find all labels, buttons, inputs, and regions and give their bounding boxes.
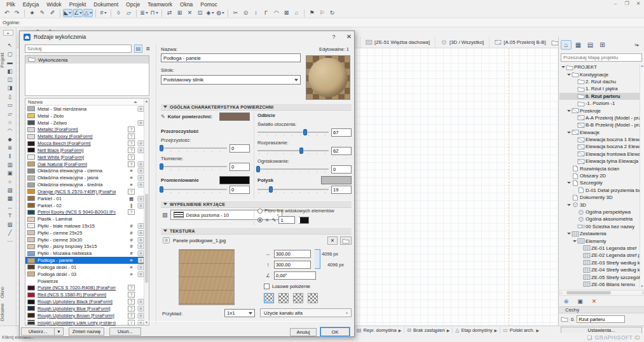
- material-row[interactable]: Płytki - ciemne 30x30#: [25, 236, 144, 243]
- marquee-tool-icon[interactable]: ▢: [4, 50, 15, 58]
- marquee-adjust-icon[interactable]: ⊡: [195, 9, 205, 17]
- pen-color-swatch[interactable]: [298, 217, 309, 224]
- close-icon[interactable]: ✕: [635, 1, 641, 6]
- emission-slider[interactable]: [161, 186, 227, 194]
- tree-item[interactable]: Szczegóły: [559, 179, 640, 186]
- material-row[interactable]: Płytki - jasny brązowy 15x15#: [25, 243, 144, 250]
- material-row[interactable]: Płytki - białe matowe 15x15#: [25, 222, 144, 229]
- material-row[interactable]: Metal - Stal nierdzewna: [25, 106, 144, 113]
- material-row[interactable]: Powietrze: [25, 278, 144, 285]
- dialog-title-bar[interactable]: Rodzaje wykończenia: [20, 31, 354, 43]
- material-row[interactable]: Parkiet - 01▦: [25, 195, 144, 202]
- delete-item-icon[interactable]: ✕: [589, 298, 599, 306]
- tree-item[interactable]: 3D: [559, 201, 640, 208]
- help-icon[interactable]: ?: [331, 34, 337, 40]
- quick-option-repr-domy-lna[interactable]: ▤Repr. domyślna▶: [353, 327, 404, 333]
- line-options-icon[interactable]: ◣: [63, 9, 72, 17]
- menu-plik[interactable]: Plik: [3, 1, 19, 8]
- menu-dokument[interactable]: Dokument: [90, 1, 122, 8]
- dimension-tool-icon[interactable]: ↔: [4, 203, 15, 211]
- undo-icon[interactable]: ↶: [2, 9, 11, 17]
- emission-value[interactable]: [230, 186, 250, 194]
- expand-caret-icon[interactable]: [561, 66, 565, 68]
- snap-grid-icon[interactable]: #: [99, 9, 108, 17]
- shell-tool-icon[interactable]: ◠: [4, 127, 15, 135]
- railing-tool-icon[interactable]: ‖: [4, 152, 15, 160]
- tree-item[interactable]: Przekroje: [559, 107, 640, 114]
- diffuse-slider[interactable]: [257, 147, 329, 155]
- folder-row-wykonczenia[interactable]: Wykończenia: [25, 56, 149, 64]
- tree-item[interactable]: ZE-06 Bilans terenu: [559, 281, 640, 288]
- stretch-icon[interactable]: ✕: [185, 9, 195, 17]
- material-row[interactable]: Okładzina elewacyjna - jasna≡: [25, 174, 144, 181]
- navigator-menu-icon[interactable]: ≡▸: [631, 40, 642, 50]
- tree-item[interactable]: Zestawienia: [559, 230, 640, 237]
- section-fill-header[interactable]: WYPEŁNIENIE KRYJĄCE: [161, 200, 352, 208]
- fillet-icon[interactable]: ◠: [271, 9, 281, 17]
- slab-tool-icon[interactable]: ▱: [4, 109, 15, 118]
- dialog-close-icon[interactable]: ✕: [345, 33, 353, 40]
- tree-item[interactable]: A-A Przekrój (Model - przebudow: [559, 114, 640, 121]
- menu-teamwork[interactable]: Teamwork: [144, 1, 176, 8]
- properties-section-header[interactable]: Cechy: [559, 306, 644, 313]
- schedule-icon[interactable]: ⊞: [175, 9, 184, 17]
- split-icon[interactable]: ✂: [231, 9, 240, 17]
- attenuation-slider[interactable]: [161, 163, 227, 171]
- material-row[interactable]: Rough Upholstery Brown [ForaForm]?: [25, 312, 144, 319]
- tree-item[interactable]: Kondygnacje: [559, 71, 640, 78]
- navigator-vertical-scrollbar[interactable]: ▲▼: [640, 64, 644, 288]
- roof-tool-icon[interactable]: ⌂: [4, 118, 15, 127]
- material-row[interactable]: Metallic [ForaForm]?: [25, 126, 144, 133]
- wall-tool-icon[interactable]: ▬: [4, 58, 15, 67]
- create-dropdown-icon[interactable]: ▾: [55, 327, 64, 336]
- flag-icon[interactable]: ⚑: [307, 9, 317, 17]
- expand-caret-icon[interactable]: [567, 74, 571, 76]
- material-row[interactable]: Petrol Epoxy (NCS S 5040-B20G) [ForaForm…: [25, 209, 144, 215]
- object-tool-icon[interactable]: ▣: [4, 169, 15, 177]
- list-header[interactable]: Nazwa: [25, 99, 149, 106]
- tree-item[interactable]: 2. Rzut dachu: [559, 78, 640, 85]
- mesh-tool-icon[interactable]: ▦: [4, 195, 15, 203]
- menu-opcje[interactable]: Opcje: [122, 1, 144, 8]
- material-row[interactable]: Mocca Beech [ForaForm]?: [25, 140, 144, 147]
- door-tool-icon[interactable]: ◧: [4, 67, 15, 75]
- publisher-icon[interactable]: ⊞: [597, 40, 608, 50]
- surface-search-input[interactable]: [25, 44, 132, 53]
- pen-set-icon[interactable]: ✎: [38, 9, 47, 17]
- delete-button[interactable]: Usuń...: [109, 327, 141, 336]
- texture-clear-button[interactable]: ✕: [327, 236, 338, 245]
- material-row[interactable]: Metallic Epoxy [ForaForm]?: [25, 133, 144, 140]
- expand-caret-icon[interactable]: [567, 132, 571, 133]
- window-tool-icon[interactable]: ◫: [4, 76, 15, 84]
- material-row[interactable]: Plastik - Laminat: [25, 215, 144, 222]
- texture-browse-button[interactable]: [340, 236, 352, 245]
- tree-item[interactable]: ZE-04 Strefy według kondygnacj: [559, 266, 640, 273]
- section-texture-header[interactable]: TEKSTURA: [161, 227, 352, 235]
- pen-number-input[interactable]: [278, 216, 295, 224]
- view-tab-3[interactable]: [A.05 Przekrój B-B]: [489, 37, 551, 48]
- tree-item[interactable]: 0. Rzut parteru: [559, 93, 640, 100]
- zoom-icon[interactable]: ⊙: [241, 9, 250, 17]
- select-tool-icon[interactable]: ↖: [4, 41, 15, 50]
- favorites-icon[interactable]: ★: [27, 9, 37, 17]
- layers-icon[interactable]: ≣: [139, 9, 149, 17]
- view-pen-radio[interactable]: [257, 209, 263, 214]
- material-row[interactable]: Metal - Złoto: [25, 113, 144, 120]
- tree-item[interactable]: Elementy: [559, 237, 640, 244]
- story-name-input[interactable]: [577, 315, 625, 323]
- surface-name-input[interactable]: [161, 53, 301, 62]
- surface-color-swatch[interactable]: [219, 113, 250, 121]
- material-row[interactable]: Płytki - ciemne 25x25#: [25, 229, 144, 236]
- material-row[interactable]: Podłoga - panele≡: [25, 257, 144, 264]
- material-row[interactable]: Rough Upholstery Black [ForaForm]?: [25, 298, 144, 305]
- render-settings-icon[interactable]: ◍: [216, 9, 225, 17]
- navigator-horizontal-scrollbar[interactable]: ‹›: [559, 290, 644, 296]
- move-icon[interactable]: ⇄: [165, 9, 174, 17]
- add-item-icon[interactable]: ⊕: [561, 298, 571, 306]
- quick-option-etap-domy-lny[interactable]: △Etap domyślny▶: [452, 327, 500, 333]
- tree-item[interactable]: D-01 Detal przyziemia budynku (R: [559, 187, 640, 194]
- guide-lines-icon[interactable]: △: [83, 9, 93, 17]
- menu-widok[interactable]: Widok: [43, 1, 65, 8]
- quick-option-polski-arch-[interactable]: ▭Polski arch.▶: [500, 327, 542, 333]
- texture-angle-input[interactable]: [274, 271, 316, 280]
